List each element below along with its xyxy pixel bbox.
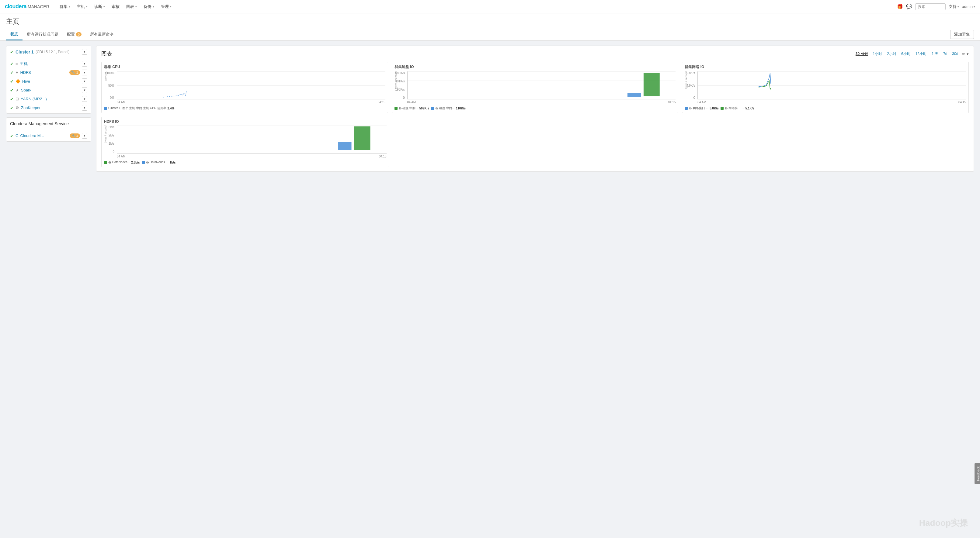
cluster-network-io-y-labels: 9.8K/s 4.9K/s 0 [685, 71, 696, 99]
mgmt-dropdown-button[interactable]: ▾ [82, 133, 87, 139]
hdfs-io-area: bytes / second 3b/s 2b/s 1b/s 0 [104, 125, 387, 159]
legend-value: 5.8K/s [710, 107, 718, 110]
nav-item-主机[interactable]: 主机▾ [74, 0, 91, 13]
cluster-network-io-legend: 各 网络接口 ... 5.8K/s 各 网络接口 ... 5.1K/s [685, 106, 966, 110]
time-filter-30d[interactable]: 30d [950, 51, 960, 57]
chart-spacer [393, 117, 969, 167]
service-dropdown-button[interactable]: ▾ [82, 61, 87, 67]
cluster-disk-io-title: 群集磁盘 IO [395, 64, 676, 70]
charts-top-bar: 图表 30 分钟1小时2小时6小时12小时1 天7d30d ✏ ▾ [101, 50, 969, 57]
cluster-network-io-canvas [697, 71, 966, 99]
cluster-cpu-y-labels: 100% 50% 0% [104, 71, 116, 99]
service-status-icon: ✔ [10, 70, 14, 75]
nav-caret: ▾ [135, 5, 137, 8]
right-panel: 图表 30 分钟1小时2小时6小时12小时1 天7d30d ✏ ▾ 群集 CPU… [96, 46, 974, 172]
service-name: HDFS [20, 70, 67, 75]
legend-value: 2.8b/s [131, 161, 140, 164]
tab-所有运行状况问题[interactable]: 所有运行状况问题 [22, 29, 63, 40]
mgmt-service-name: Cloudera M... [20, 133, 67, 138]
support-menu[interactable]: 支持 ▾ [949, 4, 959, 10]
service-item-ZooKeeper[interactable]: ✔ ⚙ ZooKeeper ▾ [6, 103, 91, 112]
time-filter-30 分钟[interactable]: 30 分钟 [853, 51, 870, 57]
admin-menu[interactable]: admin ▾ [962, 4, 975, 9]
mgmt-service-item[interactable]: ✔ C Cloudera M... 🔧 4 ▾ [6, 131, 91, 140]
disk-io-svg [407, 71, 676, 99]
time-filter-12小时[interactable]: 12小时 [913, 51, 929, 57]
nav-item-图表[interactable]: 图表▾ [123, 0, 140, 13]
tabs-row: 状态所有运行状况问题配置5所有最新命令添加群集 [6, 29, 974, 40]
time-filter-1 天[interactable]: 1 天 [929, 51, 940, 57]
add-cluster-button[interactable]: 添加群集 [950, 30, 974, 39]
mgmt-card: Cloudera Management Service ✔ C Cloudera… [6, 117, 91, 142]
legend-label: 各 DataNodes ... [146, 160, 169, 164]
service-dropdown-button[interactable]: ▾ [82, 105, 87, 111]
service-icon: ⊞ [16, 97, 19, 101]
nav-item-审核[interactable]: 审核 [108, 0, 123, 13]
service-dropdown-button[interactable]: ▾ [82, 70, 87, 75]
network-io-svg [698, 71, 966, 99]
cluster-cpu-canvas [117, 71, 385, 99]
service-dropdown-button[interactable]: ▾ [82, 78, 87, 84]
nav-caret: ▾ [69, 5, 70, 8]
service-list: ✔ ≡ 主机 ▾ ✔ H HDFS 🔧 1 ▾ ✔ 🔶 Hive ▾ ✔ ★ S… [6, 58, 91, 113]
time-filter-2小时[interactable]: 2小时 [885, 51, 899, 57]
search-input[interactable] [915, 3, 946, 10]
hdfs-io-x-labels: 04 AM 04:15 [117, 154, 387, 159]
legend-item: 各 DataNodes... 2.8b/s [104, 160, 140, 164]
nav-item-备份[interactable]: 备份▾ [140, 0, 157, 13]
legend-item: 各 磁盘 中的... 509K/s [395, 106, 429, 110]
time-filter-1小时[interactable]: 1小时 [871, 51, 885, 57]
legend-value: 5.1K/s [746, 107, 754, 110]
legend-color [104, 161, 107, 164]
chat-icon[interactable]: 💬 [906, 4, 912, 10]
service-dropdown-button[interactable]: ▾ [82, 87, 87, 93]
nav-caret: ▾ [170, 5, 172, 8]
service-icon: ★ [16, 88, 19, 92]
tab-所有最新命令[interactable]: 所有最新命令 [86, 29, 118, 40]
cluster-disk-io-y-labels: 586K/s 391K/s 195K/s 0 [395, 71, 406, 99]
service-name: 主机 [20, 61, 80, 67]
tab-状态[interactable]: 状态 [6, 29, 22, 40]
service-name: Hive [22, 79, 80, 84]
service-dropdown-button[interactable]: ▾ [82, 96, 87, 102]
service-item-Hive[interactable]: ✔ 🔶 Hive ▾ [6, 77, 91, 86]
logo-manager: MANAGER [28, 4, 49, 9]
nav-item-群集[interactable]: 群集▾ [57, 0, 73, 13]
mgmt-warning-count: 4 [76, 134, 78, 138]
service-status-icon: ✔ [10, 105, 14, 110]
tab-配置[interactable]: 配置5 [63, 29, 86, 40]
legend-color [395, 107, 398, 110]
legend-item: 各 网络接口 ... 5.8K/s [685, 106, 718, 110]
legend-value: 509K/s [420, 107, 429, 110]
nav-item-诊断[interactable]: 诊断▾ [91, 0, 108, 13]
mgmt-service-icon: C [16, 133, 18, 138]
service-item-HDFS[interactable]: ✔ H HDFS 🔧 1 ▾ [6, 68, 91, 77]
legend-item: 各 磁盘 中的... 110K/s [431, 106, 466, 110]
mgmt-warning-icon: 🔧 [72, 134, 76, 138]
cluster-name[interactable]: Cluster 1 [16, 49, 34, 54]
charts-bottom-row: HDFS IO bytes / second 3b/s 2b/s 1b/s 0 [101, 117, 969, 167]
svg-rect-1 [627, 93, 641, 97]
cluster-header: ✔ Cluster 1 (CDH 5.12.1, Parcel) ▾ [6, 46, 91, 58]
service-item-YARN (MR2...)[interactable]: ✔ ⊞ YARN (MR2...) ▾ [6, 95, 91, 103]
nav-item-管理[interactable]: 管理▾ [158, 0, 175, 13]
left-panel: ✔ Cluster 1 (CDH 5.12.1, Parcel) ▾ ✔ ≡ 主… [6, 46, 91, 172]
nav-caret: ▾ [103, 5, 105, 8]
top-nav: cloudera MANAGER 群集▾主机▾诊断▾审核图表▾备份▾管理▾ 🎁 … [0, 0, 980, 13]
time-filter-7d[interactable]: 7d [941, 51, 949, 57]
gift-icon[interactable]: 🎁 [897, 4, 903, 10]
service-item-Spark[interactable]: ✔ ★ Spark ▾ [6, 86, 91, 95]
time-filter-6小时[interactable]: 6小时 [899, 51, 913, 57]
service-status-icon: ✔ [10, 88, 14, 93]
legend-label: 各 磁盘 中的... [399, 106, 418, 110]
cluster-version: (CDH 5.12.1, Parcel) [36, 50, 69, 54]
legend-color [104, 107, 107, 110]
service-item-主机[interactable]: ✔ ≡ 主机 ▾ [6, 59, 91, 68]
cluster-dropdown-button[interactable]: ▾ [82, 49, 87, 55]
logo-cloudera: cloudera [5, 3, 27, 10]
edit-icon[interactable]: ✏ ▾ [962, 52, 969, 56]
cluster-cpu-legend: Cluster 1, 整个 主机 中的 主机 CPU 使用率 2.4% [104, 106, 385, 110]
nav-menu: 群集▾主机▾诊断▾审核图表▾备份▾管理▾ [57, 0, 897, 13]
legend-value: 1b/s [169, 161, 175, 164]
tab-badge: 5 [76, 32, 81, 37]
